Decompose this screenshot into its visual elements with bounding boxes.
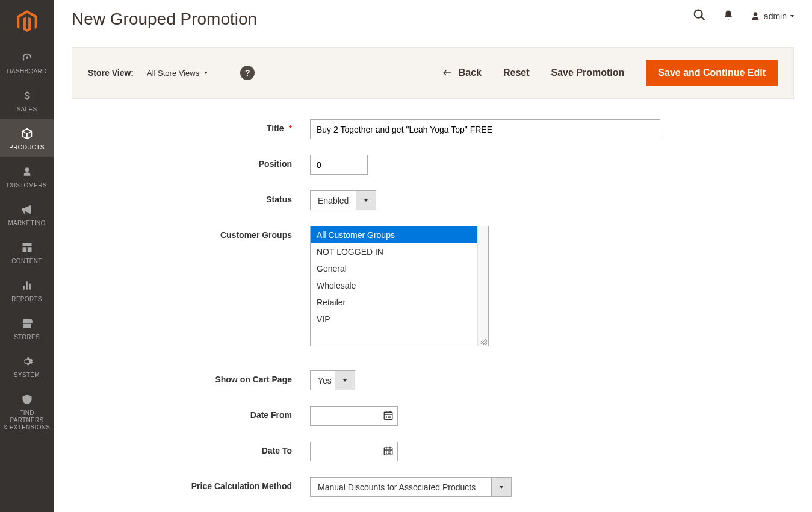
magento-icon [17,10,37,33]
partners-icon [20,392,34,407]
help-icon[interactable]: ? [240,66,255,80]
date-from-input-wrap [310,406,398,426]
select-toggle[interactable] [491,478,511,496]
position-input[interactable] [310,155,368,175]
svg-rect-13 [384,448,392,455]
show-cart-label: Show on Cart Page [72,370,310,384]
sidebar-item-label: CONTENT [11,258,42,265]
status-select[interactable]: Enabled [310,190,376,210]
scrollbar[interactable] [477,226,488,346]
listbox-option[interactable]: NOT LOGGED IN [311,243,488,260]
row-title: Title * [72,119,794,139]
status-value: Enabled [311,191,356,210]
sidebar-item-content[interactable]: CONTENT [0,233,54,271]
sidebar-item-stores[interactable]: STORES [0,309,54,347]
calendar-icon[interactable] [383,445,394,458]
chart-icon [21,278,33,293]
sidebar-item-customers[interactable]: CUSTOMERS [0,157,54,195]
svg-line-1 [701,17,705,20]
back-button-label: Back [459,67,482,78]
toolbar-right: Back Reset Save Promotion Save and Conti… [442,60,778,86]
layout-icon [21,240,33,255]
chevron-down-icon [204,72,208,74]
sidebar: DASHBOARD SALES PRODUCTS CUSTOMERS MARKE… [0,0,54,512]
sidebar-item-system[interactable]: SYSTEM [0,347,54,385]
sidebar-item-sales[interactable]: SALES [0,81,54,119]
sidebar-item-label: PRODUCTS [9,144,45,151]
status-label: Status [72,190,310,204]
show-cart-select[interactable]: Yes [310,370,355,390]
store-view-label: Store View: [88,68,134,78]
sidebar-item-marketing[interactable]: MARKETING [0,195,54,233]
listbox-option[interactable]: Retailer [311,294,488,311]
listbox-option[interactable]: Wholesale [311,277,488,294]
svg-point-0 [695,10,702,18]
select-toggle[interactable] [335,371,355,390]
date-to-input-wrap [310,442,398,461]
user-name: admin [764,11,787,21]
box-icon [20,126,34,141]
row-show-cart: Show on Cart Page Yes [72,370,794,390]
store-view-selector[interactable]: All Store Views [147,69,208,78]
customer-groups-listbox[interactable]: All Customer Groups NOT LOGGED IN Genera… [310,226,489,346]
page-header: New Grouped Promotion admin [54,0,812,29]
gauge-icon [20,51,34,65]
row-customer-groups: Customer Groups All Customer Groups NOT … [72,226,794,346]
row-status: Status Enabled [72,190,794,210]
sidebar-item-label: STORES [14,334,40,341]
sidebar-item-label: SYSTEM [14,372,40,379]
sidebar-item-reports[interactable]: REPORTS [0,271,54,309]
sidebar-item-label: SALES [17,106,37,113]
title-label: Title * [72,119,310,133]
required-indicator: * [289,123,292,133]
listbox-option[interactable]: VIP [311,311,488,328]
price-calc-select[interactable]: Manual Discounts for Associated Products [310,477,512,497]
megaphone-icon [20,202,34,217]
sidebar-item-dashboard[interactable]: DASHBOARD [0,43,54,81]
sidebar-item-products[interactable]: PRODUCTS [0,119,54,157]
listbox-option[interactable]: General [311,260,488,277]
show-cart-value: Yes [311,371,335,390]
date-to-label: Date To [72,442,310,455]
reset-button[interactable]: Reset [503,67,530,78]
sidebar-item-label: REPORTS [11,296,42,303]
position-label: Position [72,155,310,169]
save-button[interactable]: Save Promotion [551,67,625,78]
chevron-down-icon [790,15,794,17]
title-input[interactable] [310,119,660,139]
bell-icon[interactable] [723,9,734,23]
sidebar-item-label: CUSTOMERS [7,182,46,189]
search-icon[interactable] [693,8,706,23]
sidebar-item-label: FIND PARTNERS & EXTENSIONS [2,410,51,431]
header-actions: admin [693,8,794,23]
sidebar-item-label: DASHBOARD [7,68,46,75]
sidebar-item-partners[interactable]: FIND PARTNERS & EXTENSIONS [0,385,54,437]
save-continue-button[interactable]: Save and Continue Edit [646,60,778,86]
user-menu[interactable]: admin [751,11,794,21]
date-from-label: Date From [72,406,310,420]
dollar-icon [22,89,33,103]
store-view-value: All Store Views [147,69,199,78]
toolbar-left: Store View: All Store Views ? [88,66,255,80]
chevron-down-icon [364,199,368,202]
gear-icon [21,354,33,369]
price-calc-label: Price Calculation Method [72,477,310,491]
main-content: New Grouped Promotion admin Store View: … [54,0,812,512]
store-icon [20,316,34,331]
back-button[interactable]: Back [442,67,482,78]
chevron-down-icon [500,486,503,489]
arrow-left-icon [442,69,453,77]
magento-logo[interactable] [0,0,54,43]
svg-rect-3 [384,412,392,419]
row-date-to: Date To [72,442,794,461]
chevron-down-icon [343,379,347,382]
toolbar: Store View: All Store Views ? Back Reset… [72,47,794,99]
person-icon [22,164,32,179]
listbox-option[interactable]: All Customer Groups [311,226,488,243]
price-calc-value: Manual Discounts for Associated Products [311,478,491,496]
calendar-icon[interactable] [383,410,394,422]
row-position: Position [72,155,794,175]
customer-groups-label: Customer Groups [72,226,310,240]
form: Title * Position Status Enabled Cus [54,99,812,512]
select-toggle[interactable] [356,191,376,210]
